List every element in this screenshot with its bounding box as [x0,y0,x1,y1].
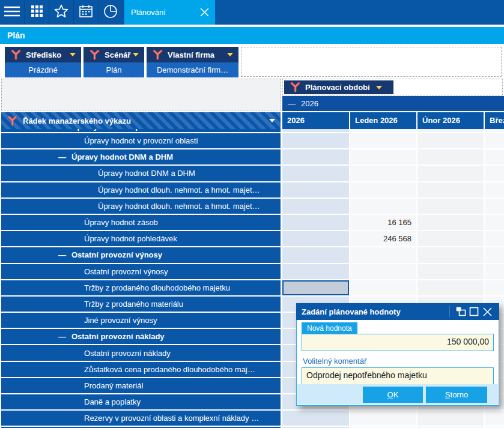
row-header-band[interactable]: Řádek manažerského výkazu [1,112,281,129]
data-cell[interactable] [282,166,349,181]
row-label-cell[interactable]: Prodaný materiál [1,378,281,393]
data-cell[interactable] [417,129,484,132]
row-label-cell[interactable]: Jiné provozní výnosy [1,313,281,328]
data-cell[interactable] [350,411,416,426]
filter-value[interactable]: Plán [83,62,144,77]
filter-chip-planovaci-obdobi[interactable]: Plánovací období [284,80,393,94]
data-cell[interactable] [282,215,349,230]
row-label-cell[interactable]: Ostatní provozní výnosy [1,264,281,279]
data-cell[interactable] [485,231,504,246]
data-cell[interactable] [282,264,349,279]
data-cell[interactable] [282,149,349,164]
data-cell[interactable] [350,149,416,164]
collapse-icon[interactable]: — [58,129,66,131]
data-cell[interactable] [350,182,416,197]
data-cell[interactable] [417,149,484,164]
maximize-icon[interactable] [467,306,481,318]
apps-grid-button[interactable] [25,0,49,25]
data-cell[interactable] [485,215,504,230]
row-label-cell[interactable]: Rezervy v provozní oblasti a komplexní n… [1,411,281,426]
ok-button[interactable]: OK [363,387,423,403]
data-cell[interactable] [282,182,349,197]
data-cell[interactable] [282,199,349,214]
data-cell[interactable]: 246 568 [350,231,416,246]
data-cell[interactable] [350,129,416,132]
row-label-cell[interactable]: Úpravy hodnot dlouh. nehmot. a hmot. maj… [1,199,281,214]
data-cell[interactable] [417,166,484,181]
dialog-title-bar[interactable]: Zadání plánované hodnoty [296,303,499,320]
data-cell[interactable] [485,166,504,181]
collapse-icon[interactable]: — [58,250,66,259]
data-cell[interactable] [485,199,504,214]
filter-chip-header[interactable]: Středisko [5,47,81,62]
data-cell[interactable] [350,199,416,214]
data-cell[interactable] [485,411,504,426]
row-label-cell[interactable]: — Úpravy hodnot v provozní oblasti [1,129,281,132]
data-cell[interactable] [350,264,416,279]
row-label-cell[interactable]: Úpravy hodnot v provozní oblasti [1,133,281,148]
data-cell[interactable] [485,264,504,279]
data-cell[interactable] [485,149,504,164]
data-cell[interactable] [417,280,484,295]
data-cell[interactable] [417,215,484,230]
favorites-button[interactable] [49,0,74,25]
new-value-input[interactable]: 150 000,00 [302,334,494,351]
row-label-cell[interactable]: Úpravy hodnot pohledávek [1,231,281,246]
cancel-button[interactable]: Storno [426,387,487,403]
data-cell[interactable] [417,133,484,148]
filter-chip-vlastni-firma[interactable]: Vlastní firma Demonstrační firm… [147,47,238,77]
column-header[interactable]: Únor 2026 [417,112,484,129]
row-label-cell[interactable]: Zůstatková cena prodaného dlouhodobého m… [1,362,281,377]
collapse-icon[interactable]: — [288,99,296,108]
data-cell[interactable] [485,247,504,262]
column-header[interactable]: Březen 2026 [485,112,504,129]
data-cell[interactable]: 16 165 [350,215,416,230]
filter-chip-header[interactable]: Scénář [83,47,144,62]
data-cell[interactable] [417,199,484,214]
row-label-cell[interactable]: Úpravy hodnot DNM a DHM [1,166,281,181]
collapse-icon[interactable]: — [58,152,66,161]
data-cell[interactable] [282,129,349,132]
data-cell[interactable] [417,182,484,197]
data-cell[interactable] [485,133,504,148]
float-window-icon[interactable] [454,306,467,318]
row-label-cell[interactable]: Tržby z prodaného dlouhodobého majetku [1,280,281,295]
data-cell[interactable] [485,182,504,197]
tab-planovani[interactable]: Plánování [124,0,215,25]
data-cell[interactable] [485,280,504,295]
data-cell[interactable] [350,247,416,262]
filter-value[interactable]: Demonstrační firm… [147,62,238,77]
close-icon[interactable] [481,306,494,318]
row-label-cell[interactable]: Úpravy hodnot dlouh. nehmot. a hmot. maj… [1,182,281,197]
data-cell[interactable] [350,166,416,181]
data-cell[interactable] [417,411,484,426]
tab-close-icon[interactable] [199,7,209,17]
data-cell[interactable] [417,264,484,279]
row-label-cell[interactable]: Ostatní provozní náklady [1,345,281,360]
row-label-cell[interactable]: — Úpravy hodnot DNM a DHM [1,149,281,164]
data-cell[interactable] [282,231,349,246]
row-label-cell[interactable]: Daně a poplatky [1,394,281,409]
row-label-cell[interactable]: — Ostatní provozní výnosy [1,247,281,262]
filter-chip-header[interactable]: Vlastní firma [147,47,238,62]
comment-input[interactable]: Odprodej nepotřebného majetku [302,367,494,385]
filter-chip-stredisko[interactable]: Středisko Prázdné [5,47,81,77]
data-cell[interactable] [282,133,349,148]
data-cell[interactable] [282,280,349,295]
data-cell[interactable] [282,411,349,426]
chart-button[interactable] [99,0,123,25]
column-header[interactable]: Leden 2026 [350,112,416,129]
collapse-icon[interactable]: — [58,332,66,341]
data-cell[interactable] [417,231,484,246]
data-cell[interactable] [350,133,416,148]
period-group-row[interactable]: — 2026 [282,96,504,111]
data-cell[interactable] [485,129,504,132]
row-label-cell[interactable]: Úpravy hodnot zásob [1,215,281,230]
data-cell[interactable] [350,280,416,295]
calendar-button[interactable] [74,0,99,25]
filter-chip-scenar[interactable]: Scénář Plán [83,47,144,77]
row-label-cell[interactable]: — Ostatní provozní náklady [1,329,281,344]
menu-button[interactable] [0,0,25,25]
row-label-cell[interactable]: Tržby z prodaného materiálu [1,297,281,312]
data-cell[interactable] [282,247,349,262]
